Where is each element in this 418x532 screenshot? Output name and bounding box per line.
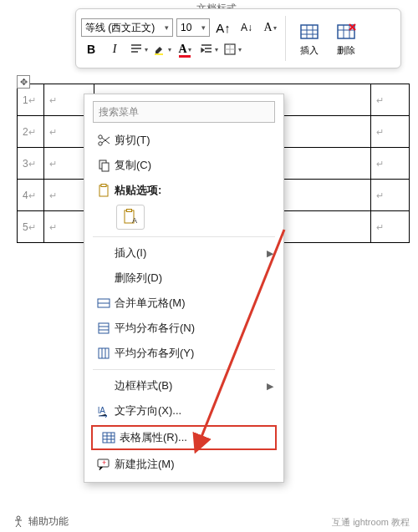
svg-rect-2 xyxy=(301,25,318,38)
menu-separator xyxy=(93,236,275,237)
table-properties-icon xyxy=(98,430,120,445)
svg-text:A: A xyxy=(132,216,137,225)
svg-rect-15 xyxy=(99,348,109,358)
row-number-cell[interactable]: 3↵ xyxy=(18,148,44,180)
svg-rect-0 xyxy=(155,53,163,55)
text-direction-icon: lA xyxy=(93,403,115,418)
watermark-text: 互通 ightroom 教程 xyxy=(332,516,410,529)
menu-separator xyxy=(93,369,275,370)
menu-item-table-properties[interactable]: 表格属性(R)... xyxy=(91,425,277,450)
menu-label: 剪切(T) xyxy=(115,133,273,148)
menu-label: 插入(I) xyxy=(115,246,262,261)
menu-label: 合并单元格(M) xyxy=(115,296,273,311)
comment-icon: + xyxy=(93,457,115,472)
mini-toolbar: 等线 (西文正文) ▾ 10 ▾ A↑ A↓ A B I A xyxy=(75,8,401,68)
table-cell[interactable]: ↵ xyxy=(371,84,410,116)
insert-group[interactable]: 插入 xyxy=(291,13,328,64)
clipboard-icon xyxy=(93,183,115,198)
menu-item-distribute-rows[interactable]: 平均分布各行(N) xyxy=(88,316,280,341)
delete-label: 删除 xyxy=(337,44,355,57)
row-number-cell[interactable]: 5↵ xyxy=(18,211,44,243)
accessibility-icon xyxy=(12,515,25,529)
table-cell[interactable]: ↵ xyxy=(371,148,410,180)
highlight-button[interactable] xyxy=(151,40,171,58)
menu-label: 边框样式(B) xyxy=(115,378,262,393)
menu-item-new-comment[interactable]: + 新建批注(M) xyxy=(88,452,280,477)
svg-rect-9 xyxy=(101,185,106,187)
svg-rect-7 xyxy=(102,163,109,171)
font-family-select[interactable]: 等线 (西文正文) ▾ xyxy=(81,18,173,37)
font-size-select[interactable]: 10 ▾ xyxy=(176,18,210,37)
row-number-cell[interactable]: 2↵ xyxy=(18,116,44,148)
menu-item-distribute-cols[interactable]: 平均分布各列(Y) xyxy=(88,341,280,366)
submenu-arrow-icon: ▶ xyxy=(262,248,273,259)
row-number-cell[interactable]: 1↵ xyxy=(18,84,44,116)
indent-icon xyxy=(199,42,214,57)
menu-label: 删除列(D) xyxy=(115,271,273,286)
row-number-cell[interactable]: 4↵ xyxy=(18,180,44,211)
shrink-font-button[interactable]: A↓ xyxy=(237,18,257,37)
menu-label: 平均分布各行(N) xyxy=(115,321,273,336)
chevron-down-icon: ▾ xyxy=(201,23,206,32)
menu-label: 粘贴选项: xyxy=(115,183,273,198)
svg-point-21 xyxy=(17,516,20,519)
separator xyxy=(285,16,286,61)
table-cell[interactable]: ↵ xyxy=(371,211,410,243)
copy-icon xyxy=(93,158,115,173)
menu-label: 文字方向(X)... xyxy=(115,403,273,418)
search-placeholder: 搜索菜单 xyxy=(99,105,139,119)
menu-item-paste-options: 粘贴选项: xyxy=(88,178,280,203)
svg-rect-11 xyxy=(127,210,132,212)
merge-cells-icon xyxy=(93,296,115,311)
distribute-cols-icon xyxy=(93,346,115,361)
svg-text:lA: lA xyxy=(98,406,105,415)
paste-options-row: A xyxy=(88,203,280,233)
align-button[interactable] xyxy=(128,40,148,58)
svg-rect-17 xyxy=(103,433,115,443)
svg-rect-14 xyxy=(99,323,109,333)
borders-icon xyxy=(222,42,237,57)
italic-button[interactable]: I xyxy=(104,40,125,58)
paste-keep-text-button[interactable]: A xyxy=(116,205,145,230)
distribute-rows-icon xyxy=(93,321,115,336)
borders-button[interactable] xyxy=(222,40,242,58)
highlighter-icon xyxy=(152,42,167,57)
svg-point-5 xyxy=(99,135,102,139)
menu-item-insert[interactable]: 插入(I) ▶ xyxy=(88,241,280,266)
font-size-value: 10 xyxy=(181,22,191,33)
svg-text:+: + xyxy=(102,459,106,467)
clear-formatting-button[interactable]: A xyxy=(260,18,280,37)
accessibility-label: 辅助功能 xyxy=(28,514,69,529)
scissors-icon xyxy=(93,133,115,148)
delete-table-icon xyxy=(335,21,357,43)
bold-button[interactable]: B xyxy=(81,40,101,58)
indent-button[interactable] xyxy=(198,40,218,58)
menu-item-merge-cells[interactable]: 合并单元格(M) xyxy=(88,291,280,316)
svg-point-4 xyxy=(99,142,102,145)
table-cell[interactable]: ↵ xyxy=(371,180,410,211)
context-menu: 搜索菜单 剪切(T) 复制(C) 粘贴选项: A 插入(I) ▶ 删除列(D) xyxy=(84,94,284,483)
paste-text-icon: A xyxy=(121,208,140,226)
status-bar: 辅助功能 xyxy=(12,514,69,529)
table-cell[interactable]: ↵ xyxy=(371,116,410,148)
font-color-button[interactable]: A xyxy=(175,40,195,58)
menu-label: 表格属性(R)... xyxy=(120,430,268,445)
insert-table-icon xyxy=(298,21,320,43)
font-family-value: 等线 (西文正文) xyxy=(85,21,155,35)
menu-label: 新建批注(M) xyxy=(115,457,273,472)
menu-item-copy[interactable]: 复制(C) xyxy=(88,153,280,178)
menu-item-text-direction[interactable]: lA 文字方向(X)... xyxy=(88,398,280,423)
insert-label: 插入 xyxy=(300,44,319,57)
align-icon xyxy=(129,42,144,57)
menu-label: 复制(C) xyxy=(115,158,273,173)
menu-item-border-style[interactable]: 边框样式(B) ▶ xyxy=(88,373,280,398)
menu-label: 平均分布各列(Y) xyxy=(115,346,273,361)
delete-group[interactable]: 删除 xyxy=(328,13,364,64)
menu-item-delete-column[interactable]: 删除列(D) xyxy=(88,266,280,291)
chevron-down-icon: ▾ xyxy=(165,23,169,32)
menu-item-cut[interactable]: 剪切(T) xyxy=(88,128,280,153)
submenu-arrow-icon: ▶ xyxy=(262,381,273,392)
table-move-handle[interactable]: ✥ xyxy=(17,75,30,89)
menu-search-input[interactable]: 搜索菜单 xyxy=(93,101,275,123)
grow-font-button[interactable]: A↑ xyxy=(213,18,233,37)
